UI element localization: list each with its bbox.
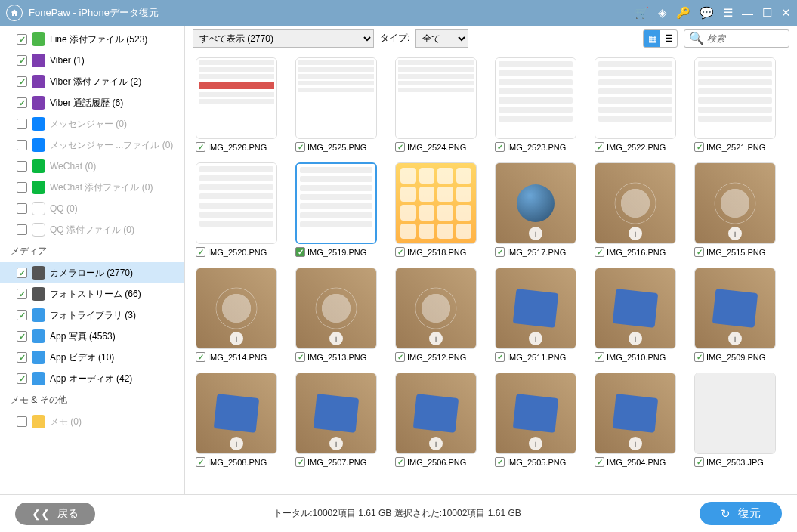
thumbnail-item[interactable]: IMG_2505.PNG [495,373,579,467]
search-box[interactable]: 🔍 [684,29,789,48]
checkbox[interactable] [17,203,27,214]
grid-view-icon[interactable]: ▦ [644,30,660,47]
thumbnail-image[interactable] [595,57,676,139]
thumbnail-image[interactable] [395,162,477,244]
thumbnail-checkbox[interactable] [495,142,505,152]
thumbnail-checkbox[interactable] [694,352,704,362]
thumbnail-checkbox[interactable] [196,247,205,257]
thumbnail-item[interactable]: IMG_2510.PNG [595,268,679,362]
sidebar-item[interactable]: Viber 添付ファイル (2) [0,71,184,92]
menu-icon[interactable]: ☰ [723,6,733,20]
checkbox[interactable] [17,224,27,235]
thumbnail-checkbox[interactable] [595,142,604,152]
checkbox[interactable] [17,140,27,150]
thumbnail-checkbox[interactable] [595,457,604,467]
thumbnail-item[interactable]: IMG_2525.PNG [295,57,380,152]
thumbnail-item[interactable]: IMG_2524.PNG [395,57,480,152]
thumbnail-image[interactable] [295,162,377,244]
thumbnail-checkbox[interactable] [295,142,305,152]
thumbnail-image[interactable] [595,373,676,454]
thumbnail-image[interactable] [395,57,477,139]
checkbox[interactable] [17,310,27,320]
checkbox[interactable] [17,34,27,45]
minimize-icon[interactable]: — [742,7,753,20]
thumbnail-checkbox[interactable] [395,247,405,257]
thumbnail-item[interactable]: IMG_2517.PNG [495,162,579,257]
sidebar-item[interactable]: カメラロール (2770) [0,262,184,283]
thumbnail-image[interactable] [196,373,277,454]
thumbnail-checkbox[interactable] [196,352,205,362]
thumbnail-checkbox[interactable] [495,247,505,257]
thumbnail-checkbox[interactable] [196,457,205,467]
thumbnail-checkbox[interactable] [694,247,704,257]
thumbnail-item[interactable]: IMG_2513.PNG [295,268,380,362]
checkbox[interactable] [17,373,27,384]
thumbnail-checkbox[interactable] [495,352,505,362]
thumbnail-item[interactable]: IMG_2514.PNG [196,268,280,362]
back-button[interactable]: ❮❮ 戻る [15,503,95,525]
thumbnail-checkbox[interactable] [395,457,405,467]
sidebar-item[interactable]: Viber 通話履歴 (6) [0,92,184,113]
thumbnail-checkbox[interactable] [295,352,305,362]
home-icon[interactable] [6,5,23,21]
thumbnail-checkbox[interactable] [694,142,704,152]
sidebar-item[interactable]: フォトストリーム (66) [0,283,184,305]
checkbox[interactable] [17,331,27,342]
thumbnail-image[interactable] [595,162,676,244]
thumbnail-checkbox[interactable] [694,457,704,467]
restore-button[interactable]: ↻ 復元 [700,502,782,525]
thumbnail-checkbox[interactable] [196,142,205,152]
chat-icon[interactable]: 💬 [700,6,714,20]
thumbnail-item[interactable]: IMG_2526.PNG [196,57,280,152]
thumbnail-item[interactable]: IMG_2515.PNG [694,162,779,257]
cart-icon[interactable]: 🛒 [635,6,649,20]
thumbnail-image[interactable] [694,162,776,244]
thumbnail-image[interactable] [495,162,576,244]
sidebar-item[interactable]: Line 添付ファイル (523) [0,29,184,50]
sidebar-item[interactable]: App 写真 (4563) [0,326,184,347]
thumbnail-item[interactable]: IMG_2523.PNG [495,57,579,152]
gem-icon[interactable]: ◈ [658,6,667,20]
thumbnail-image[interactable] [295,57,377,139]
thumbnail-checkbox[interactable] [395,142,405,152]
thumbnail-item[interactable]: IMG_2520.PNG [196,162,280,257]
checkbox[interactable] [17,76,27,87]
sidebar-item[interactable]: Viber (1) [0,50,184,71]
thumbnail-image[interactable] [495,373,576,454]
thumbnail-image[interactable] [295,268,377,349]
checkbox[interactable] [17,182,27,193]
thumbnail-item[interactable]: IMG_2519.PNG [295,162,380,257]
checkbox[interactable] [17,289,27,299]
thumbnail-image[interactable] [196,57,277,139]
sidebar-item[interactable]: App オーディオ (42) [0,368,184,389]
checkbox[interactable] [17,352,27,363]
thumbnail-item[interactable]: IMG_2504.PNG [595,373,679,467]
thumbnail-checkbox[interactable] [395,352,405,362]
type-select[interactable]: 全て [415,29,468,48]
thumbnail-image[interactable] [694,373,776,454]
maximize-icon[interactable]: ☐ [762,6,772,20]
thumbnail-image[interactable] [495,268,576,349]
thumbnail-item[interactable]: IMG_2521.PNG [694,57,779,152]
thumbnail-image[interactable] [495,57,576,139]
thumbnail-item[interactable]: IMG_2518.PNG [395,162,480,257]
thumbnail-item[interactable]: IMG_2516.PNG [595,162,679,257]
thumbnail-checkbox[interactable] [295,457,305,467]
thumbnail-image[interactable] [395,373,477,454]
thumbnail-item[interactable]: IMG_2508.PNG [196,373,280,467]
thumbnail-item[interactable]: IMG_2512.PNG [395,268,480,362]
search-input[interactable] [707,33,784,44]
checkbox[interactable] [17,55,27,66]
key-icon[interactable]: 🔑 [676,6,690,20]
checkbox[interactable] [17,416,27,427]
thumbnail-item[interactable]: IMG_2522.PNG [595,57,679,152]
close-icon[interactable]: ✕ [781,6,791,20]
thumbnail-item[interactable]: IMG_2503.JPG [694,373,779,467]
thumbnail-item[interactable]: IMG_2506.PNG [395,373,480,467]
list-view-icon[interactable]: ☰ [660,30,677,47]
thumbnail-checkbox[interactable] [495,457,505,467]
checkbox[interactable] [17,268,27,278]
thumbnail-image[interactable] [595,268,676,349]
thumbnail-item[interactable]: IMG_2509.PNG [694,268,779,362]
thumbnail-checkbox[interactable] [595,247,604,257]
